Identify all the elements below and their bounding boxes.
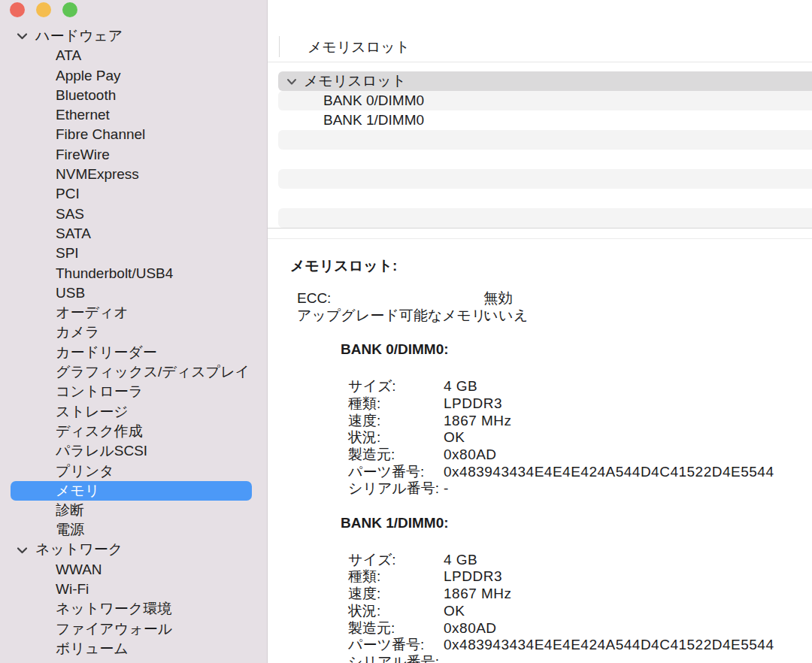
column-header-label: メモリスロット: [308, 38, 410, 57]
table-empty-row: [278, 130, 812, 150]
sidebar-item-usb[interactable]: USB: [0, 283, 267, 303]
sidebar-item-sata[interactable]: SATA: [0, 224, 267, 244]
property-row-upgradeable: アップグレード可能なメモリ: いいえ: [297, 307, 812, 325]
sidebar-item-graphics-displays[interactable]: グラフィックス/ディスプレイ: [0, 362, 267, 382]
property-row-type: 種類:LPDDR3: [348, 568, 812, 586]
property-row-status: 状況:OK: [348, 429, 812, 447]
property-row-ecc: ECC: 無効: [297, 290, 812, 307]
minimize-button[interactable]: [36, 2, 51, 17]
property-row-speed: 速度:1867 MHz: [348, 586, 812, 603]
sidebar-item-label: ネットワーク: [35, 540, 123, 559]
sidebar-item-network[interactable]: ネットワーク: [0, 540, 267, 559]
details-properties: ECC: 無効 アップグレード可能なメモリ: いいえ: [297, 290, 812, 324]
sidebar: ハードウェア ATA Apple Pay Bluetooth Ethernet …: [0, 0, 268, 663]
sidebar-item-firewall[interactable]: ファイアウォール: [0, 619, 267, 639]
sidebar-item-memory[interactable]: メモリ: [11, 481, 252, 501]
sidebar-item-apple-pay[interactable]: Apple Pay: [0, 66, 267, 86]
sidebar-item-pci[interactable]: PCI: [0, 184, 267, 204]
table-row-bank1[interactable]: BANK 1/DIMM0: [278, 110, 812, 130]
details-pane: メモリスロット: ECC: 無効 アップグレード可能なメモリ: いいえ BANK…: [268, 239, 812, 663]
property-row-speed: 速度:1867 MHz: [348, 413, 812, 430]
sidebar-item-firewire[interactable]: FireWire: [0, 145, 267, 165]
property-row-size: サイズ:4 GB: [348, 378, 812, 395]
property-row-serial-number: シリアル番号:-: [348, 480, 812, 498]
bank1-properties: サイズ:4 GB 種類:LPDDR3 速度:1867 MHz 状況:OK 製造元…: [348, 552, 812, 663]
sidebar-item-parallel-scsi[interactable]: パラレルSCSI: [0, 441, 267, 461]
sidebar-item-label: ハードウェア: [35, 26, 123, 46]
table-row-bank0[interactable]: BANK 0/DIMM0: [278, 91, 812, 110]
sidebar-item-spi[interactable]: SPI: [0, 244, 267, 263]
table-empty-row: [278, 169, 812, 189]
property-row-status: 状況:OK: [348, 603, 812, 620]
table-empty-row: [278, 189, 812, 208]
memory-slots-table: メモリスロット BANK 0/DIMM0 BANK 1/DIMM0: [268, 63, 812, 228]
pane-splitter-handle[interactable]: [268, 228, 812, 239]
property-row-type: 種類:LPDDR3: [348, 395, 812, 413]
sidebar-item-ata[interactable]: ATA: [0, 46, 267, 65]
table-column-header[interactable]: メモリスロット: [268, 0, 812, 62]
bank0-properties: サイズ:4 GB 種類:LPDDR3 速度:1867 MHz 状況:OK 製造元…: [348, 378, 812, 498]
sidebar-item-nvmexpress[interactable]: NVMExpress: [0, 165, 267, 184]
sidebar-item-sas[interactable]: SAS: [0, 204, 267, 224]
property-row-size: サイズ:4 GB: [348, 552, 812, 569]
sidebar-item-audio[interactable]: オーディオ: [0, 303, 267, 322]
bank0-title: BANK 0/DIMM0:: [341, 341, 812, 359]
close-button[interactable]: [10, 2, 25, 17]
sidebar-item-power[interactable]: 電源: [0, 520, 267, 540]
details-title: メモリスロット:: [290, 258, 812, 274]
sidebar-item-locations[interactable]: ネットワーク環境: [0, 599, 267, 619]
sidebar-item-camera[interactable]: カメラ: [0, 322, 267, 342]
column-separator: [279, 36, 280, 57]
sidebar-item-volumes[interactable]: ボリューム: [0, 639, 267, 658]
table-empty-row: [278, 208, 812, 228]
property-row-part-number: パーツ番号:0x483943434E4E4E424A544D4C41522D4E…: [348, 464, 812, 481]
sidebar-tree: ハードウェア ATA Apple Pay Bluetooth Ethernet …: [0, 26, 267, 658]
chevron-down-icon[interactable]: [17, 546, 28, 554]
sidebar-item-thunderbolt-usb4[interactable]: Thunderbolt/USB4: [0, 264, 267, 283]
property-row-manufacturer: 製造元:0x80AD: [348, 620, 812, 637]
sidebar-item-ethernet[interactable]: Ethernet: [0, 105, 267, 125]
table-empty-row: [278, 150, 812, 169]
table-group-label: メモリスロット: [304, 71, 406, 91]
window-controls: [10, 2, 77, 17]
sidebar-item-controller[interactable]: コントローラ: [0, 382, 267, 401]
sidebar-item-printers[interactable]: プリンタ: [0, 462, 267, 481]
sidebar-item-storage[interactable]: ストレージ: [0, 402, 267, 422]
bank1-title: BANK 1/DIMM0:: [341, 515, 812, 532]
sidebar-item-fibre-channel[interactable]: Fibre Channel: [0, 125, 267, 144]
sidebar-item-hardware[interactable]: ハードウェア: [0, 26, 267, 46]
table-group-row-memory-slots[interactable]: メモリスロット: [278, 71, 812, 91]
sidebar-item-wwan[interactable]: WWAN: [0, 560, 267, 580]
property-row-part-number: パーツ番号:0x483943434E4E4E424A544D4C41522D4E…: [348, 637, 812, 654]
sidebar-item-disc-burning[interactable]: ディスク作成: [0, 422, 267, 441]
sidebar-item-card-reader[interactable]: カードリーダー: [0, 343, 267, 362]
property-row-manufacturer: 製造元:0x80AD: [348, 447, 812, 464]
property-row-serial-number: シリアル番号:: [348, 654, 812, 663]
sidebar-item-wifi[interactable]: Wi-Fi: [0, 580, 267, 599]
main-pane: メモリスロット メモリスロット BANK 0/DIMM0 BANK 1/DIMM…: [268, 0, 812, 663]
sidebar-item-diagnostics[interactable]: 診断: [0, 501, 267, 520]
chevron-down-icon[interactable]: [17, 32, 28, 40]
zoom-button[interactable]: [62, 2, 77, 17]
chevron-down-icon[interactable]: [286, 78, 297, 85]
sidebar-item-bluetooth[interactable]: Bluetooth: [0, 86, 267, 105]
